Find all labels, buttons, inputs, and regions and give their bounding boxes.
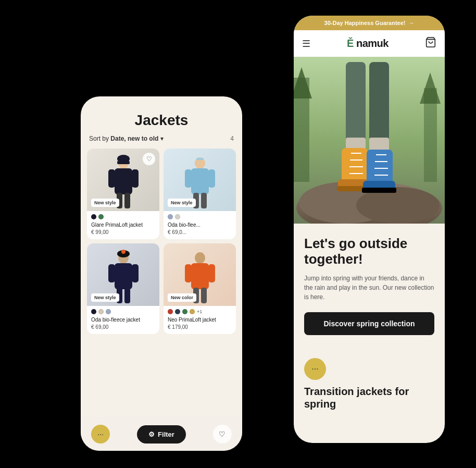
product-count: 4	[230, 135, 234, 142]
svg-rect-24	[191, 263, 209, 289]
product-name: Glare PrimaLoft jacket	[91, 221, 155, 228]
nav-header: ☰ Ě namuk	[294, 30, 445, 57]
hero-illustration	[294, 57, 445, 224]
filter-label: Filter	[158, 430, 174, 438]
announce-text: 30-Day Happiness Guarantee!	[324, 20, 406, 26]
product-card[interactable]: New color	[164, 243, 236, 334]
product-image: New color	[164, 243, 236, 306]
svg-rect-17	[108, 264, 115, 282]
svg-rect-1	[115, 168, 132, 194]
next-section: ··· Transition jackets for spring	[294, 354, 445, 418]
svg-rect-28	[201, 288, 207, 303]
section-title: Transition jackets for spring	[304, 385, 434, 410]
svg-point-23	[195, 252, 205, 264]
svg-rect-39	[369, 62, 389, 145]
content-section: Let's go outside together! Jump into spr…	[294, 224, 445, 354]
product-name: Neo PrimaLoft jacket	[168, 316, 232, 323]
svg-rect-11	[208, 169, 215, 188]
svg-rect-13	[201, 193, 207, 208]
filter-button[interactable]: ⚙ Filter	[137, 425, 186, 444]
product-card[interactable]: New style	[164, 149, 236, 239]
product-price: € 69,00	[91, 324, 155, 330]
wishlist-button-bottom[interactable]: ♡	[213, 425, 232, 444]
product-badge: New color	[168, 293, 196, 302]
product-badge: New style	[91, 199, 119, 207]
color-swatches: +1	[168, 309, 232, 314]
product-info: Oda bio-fleece jacket € 69,00	[87, 306, 159, 334]
svg-rect-2	[108, 169, 115, 188]
svg-rect-25	[185, 264, 192, 282]
product-card[interactable]: New style	[87, 243, 159, 334]
logo: Ě namuk	[347, 38, 389, 50]
cta-button[interactable]: Discover spring collection	[304, 312, 434, 335]
page-title: Jackets	[81, 112, 242, 129]
filter-icon: ⚙	[148, 430, 155, 438]
svg-rect-5	[124, 193, 130, 208]
sort-label[interactable]: Sort by Date, new to old ▾	[89, 135, 164, 142]
svg-rect-14	[196, 158, 204, 160]
product-info: Oda bio-flee... € 69,0...	[164, 211, 236, 239]
product-info: +1 Neo PrimaLoft jacket € 179,00	[164, 306, 236, 334]
svg-rect-9	[191, 168, 209, 194]
product-price: € 179,00	[168, 324, 232, 330]
svg-rect-38	[346, 62, 366, 145]
bottom-bar: ··· ⚙ Filter ♡	[81, 417, 242, 451]
sort-bar: Sort by Date, new to old ▾ 4	[81, 135, 242, 142]
announce-bar[interactable]: 30-Day Happiness Guarantee! →	[294, 16, 445, 30]
svg-rect-26	[208, 264, 215, 282]
product-badge: New style	[168, 199, 196, 207]
wishlist-button[interactable]: ♡	[143, 153, 155, 165]
svg-rect-7	[117, 161, 130, 164]
scene: Jackets Sort by Date, new to old ▾ 4 ♡ N…	[0, 0, 476, 468]
color-swatches	[91, 214, 155, 219]
product-image: ♡ New style	[87, 149, 159, 211]
hero-image	[294, 57, 445, 224]
phone-back: Jackets Sort by Date, new to old ▾ 4 ♡ N…	[81, 96, 242, 451]
phone-front: 30-Day Happiness Guarantee! → ☰ Ě namuk	[294, 16, 445, 443]
product-name: Oda bio-fleece jacket	[91, 316, 155, 323]
subtext: Jump into spring with your friends, danc…	[304, 274, 434, 302]
svg-rect-3	[132, 169, 139, 188]
hamburger-menu[interactable]: ☰	[302, 38, 310, 50]
product-price: € 99,00	[91, 229, 155, 235]
headline: Let's go outside together!	[304, 236, 434, 267]
svg-rect-16	[115, 263, 132, 289]
announce-arrow: →	[408, 20, 414, 26]
svg-rect-20	[124, 288, 130, 303]
chat-bubble[interactable]: ···	[91, 425, 110, 444]
svg-point-22	[121, 250, 126, 254]
product-name: Oda bio-flee...	[168, 221, 232, 228]
color-swatches	[168, 214, 232, 219]
svg-rect-51	[362, 188, 396, 193]
chat-bubble-section: ···	[304, 358, 326, 380]
product-image: New style	[87, 243, 159, 306]
product-price: € 69,0...	[168, 229, 232, 235]
product-badge: New style	[91, 293, 119, 302]
svg-rect-18	[132, 264, 139, 282]
product-info: Glare PrimaLoft jacket € 99,00	[87, 211, 159, 239]
product-image: New style	[164, 149, 236, 211]
cart-button[interactable]	[425, 36, 436, 51]
svg-rect-10	[185, 169, 192, 188]
products-grid: ♡ New style	[81, 149, 242, 334]
color-swatches	[91, 309, 155, 314]
product-card[interactable]: ♡ New style	[87, 149, 159, 239]
